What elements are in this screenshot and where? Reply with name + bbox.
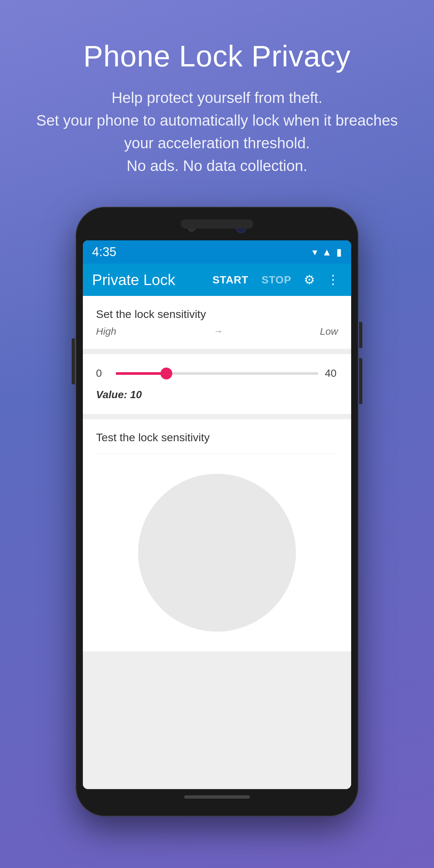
slider-value-label: Value: 10	[96, 389, 338, 401]
test-title: Test the lock sensitivity	[96, 431, 338, 454]
status-icons: ▾ ▲ ▮	[312, 246, 342, 258]
wifi-icon: ▾	[312, 246, 317, 258]
app-name: Private Lock	[92, 271, 203, 289]
arrow-icon: →	[213, 326, 223, 337]
settings-icon[interactable]: ⚙	[301, 271, 318, 288]
status-bar: 4:35 ▾ ▲ ▮	[83, 240, 351, 264]
home-indicator	[184, 795, 250, 799]
test-card: Test the lock sensitivity	[83, 419, 351, 454]
battery-icon: ▮	[336, 246, 342, 258]
speaker-grille	[181, 219, 253, 228]
phone-screen: 4:35 ▾ ▲ ▮ Private Lock START STOP ⚙ ⋮	[83, 240, 351, 789]
volume-button-left	[72, 338, 75, 384]
label-low: Low	[320, 326, 338, 337]
sensitivity-title: Set the lock sensitivity	[96, 308, 338, 320]
slider-track-wrapper[interactable]	[116, 372, 318, 375]
app-toolbar: Private Lock START STOP ⚙ ⋮	[83, 264, 351, 296]
signal-icon: ▲	[322, 247, 332, 258]
slider-row: 0 40	[96, 367, 338, 379]
more-options-icon[interactable]: ⋮	[324, 271, 342, 288]
slider-min: 0	[96, 367, 109, 379]
test-circle	[138, 474, 296, 631]
slider-card: 0 40 Value: 10	[83, 354, 351, 414]
phone-bottom-bar	[83, 789, 351, 807]
test-circle-area	[83, 454, 351, 651]
phone-outer: 4:35 ▾ ▲ ▮ Private Lock START STOP ⚙ ⋮	[75, 207, 359, 816]
slider-max: 40	[325, 367, 338, 379]
phone-mockup: 4:35 ▾ ▲ ▮ Private Lock START STOP ⚙ ⋮	[75, 207, 359, 816]
label-high: High	[96, 326, 116, 337]
slider-thumb[interactable]	[160, 368, 172, 379]
volume-button-right	[359, 358, 362, 404]
app-description: Help protect yourself from theft. Set yo…	[36, 87, 398, 177]
status-time: 4:35	[92, 245, 116, 259]
sensitivity-labels: High → Low	[96, 326, 338, 337]
stop-button[interactable]: STOP	[258, 272, 294, 288]
page-title: Phone Lock Privacy	[36, 39, 398, 73]
header-section: Phone Lock Privacy Help protect yourself…	[10, 0, 424, 197]
sensitivity-card: Set the lock sensitivity High → Low	[83, 296, 351, 349]
start-button[interactable]: START	[209, 272, 251, 288]
screen-content: Set the lock sensitivity High → Low 0	[83, 296, 351, 789]
power-button	[359, 322, 362, 348]
slider-fill	[116, 372, 166, 375]
